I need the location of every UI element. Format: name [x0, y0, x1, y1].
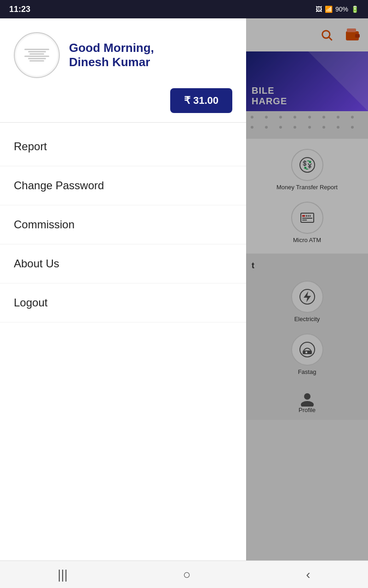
menu-item-report-label: Report	[14, 140, 47, 153]
menu-item-change-password[interactable]: Change Password	[0, 166, 246, 205]
menu-item-about-us[interactable]: About Us	[0, 244, 246, 283]
menu-list: Report Change Password Commission About …	[0, 123, 246, 570]
menu-nav-icon: |||	[58, 567, 68, 582]
menu-item-about-us-label: About Us	[14, 257, 59, 270]
avatar-line	[24, 49, 50, 50]
menu-item-logout[interactable]: Logout	[0, 283, 246, 322]
menu-item-commission-label: Commission	[14, 218, 75, 231]
battery-icon: 🔋	[351, 6, 359, 13]
home-nav-button[interactable]: ○	[174, 563, 200, 587]
avatar	[14, 32, 60, 78]
photo-icon: 🖼	[316, 6, 322, 13]
back-nav-button[interactable]: ‹	[297, 563, 319, 587]
avatar-inner	[16, 34, 58, 76]
battery-text: 90%	[335, 6, 348, 13]
menu-item-logout-label: Logout	[14, 296, 47, 309]
bottom-navigation: ||| ○ ‹	[0, 560, 368, 588]
avatar-line	[24, 56, 50, 57]
drawer-header: Good Morning, Dinesh Kumar ₹ 31.00	[0, 18, 246, 123]
main-container: BILE HARGE	[0, 18, 368, 570]
drawer-overlay	[246, 18, 368, 570]
status-bar: 11:23 🖼 📶 90% 🔋	[0, 0, 368, 18]
menu-item-commission[interactable]: Commission	[0, 205, 246, 244]
user-name: Dinesh Kumar	[69, 55, 154, 69]
greeting-block: Good Morning, Dinesh Kumar	[69, 41, 154, 69]
home-nav-icon: ○	[183, 567, 191, 582]
menu-item-report[interactable]: Report	[0, 127, 246, 166]
avatar-line	[28, 51, 46, 52]
avatar-line	[29, 53, 44, 55]
status-time: 11:23	[9, 5, 30, 14]
status-icons: 🖼 📶 90% 🔋	[316, 6, 359, 13]
signal-icon: 📶	[325, 6, 333, 13]
greeting-text: Good Morning,	[69, 41, 154, 55]
menu-item-change-password-label: Change Password	[14, 179, 104, 192]
avatar-line	[29, 60, 44, 62]
user-info: Good Morning, Dinesh Kumar	[14, 32, 154, 78]
back-nav-icon: ‹	[306, 567, 310, 582]
avatar-line	[28, 58, 46, 59]
menu-nav-button[interactable]: |||	[48, 563, 77, 587]
navigation-drawer: Good Morning, Dinesh Kumar ₹ 31.00 Repor…	[0, 18, 246, 570]
balance-button[interactable]: ₹ 31.00	[170, 88, 232, 113]
